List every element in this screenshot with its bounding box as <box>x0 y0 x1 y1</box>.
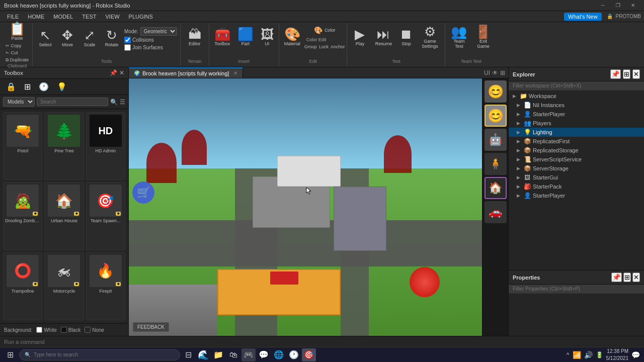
join-surfaces-checkbox[interactable] <box>124 44 131 51</box>
taskbar-explorer[interactable]: 📁 <box>211 348 225 361</box>
toolbox-button[interactable]: 🧰 Toolbox <box>211 24 233 49</box>
tray-network-icon[interactable]: 📶 <box>573 351 581 359</box>
menu-file[interactable]: FILE <box>3 13 23 21</box>
exit-game-button[interactable]: 🚪 ExitGame <box>471 24 495 49</box>
color-button[interactable]: 🎨 Color <box>304 24 345 36</box>
list-item[interactable]: 🏠 ★ Urban House <box>44 182 84 250</box>
toolbox-filter-select[interactable]: Models <box>3 97 35 107</box>
game-scene[interactable]: 🛒 FEEDBACK <box>129 78 482 336</box>
tray-notification-icon[interactable]: 💬 <box>631 351 640 359</box>
menu-plugins[interactable]: PLUGINS <box>125 13 157 21</box>
taskbar-search[interactable]: 🔍 Type here to search <box>19 349 180 360</box>
taskbar-task-view[interactable]: ⊟ <box>181 348 195 361</box>
list-item[interactable]: 🎯 ★ Team Spawn... <box>86 182 125 250</box>
explorer-item-replicatedstorage[interactable]: ▶ 📦 ReplicatedStorage <box>509 146 644 155</box>
taskbar-chrome[interactable]: 🌐 <box>272 348 286 361</box>
toolbox-nav-recent[interactable]: 🕐 <box>37 81 51 93</box>
toolbox-nav-lock[interactable]: 🔒 <box>4 81 18 93</box>
anchor-label-btn[interactable]: Anchor <box>331 44 345 49</box>
move-button[interactable]: ✥ Move <box>57 25 78 50</box>
editor-button[interactable]: 🏔 Editor <box>183 24 207 49</box>
taskbar-roblox-2[interactable]: 🎯 <box>302 348 316 361</box>
bg-none-option[interactable]: None <box>85 327 104 333</box>
taskbar-edge[interactable]: 🌊 <box>196 348 210 361</box>
explorer-item-starterplayer2[interactable]: ▶ 👤 StarterPlayer <box>509 191 644 200</box>
play-button[interactable]: ▶ Play <box>349 24 370 49</box>
search-input[interactable] <box>37 98 108 106</box>
feedback-button[interactable]: FEEDBACK <box>133 322 169 332</box>
command-input[interactable] <box>4 339 640 345</box>
bg-white-option[interactable]: White <box>36 327 57 333</box>
start-button[interactable]: ⊞ <box>2 348 18 361</box>
search-icon[interactable]: 🔍 <box>110 99 118 106</box>
list-item[interactable]: HD HD Admin <box>86 112 125 180</box>
menu-view[interactable]: VIEW <box>101 13 123 21</box>
viewport[interactable]: 🛒 FEEDBACK 😊 😊 🤖 🧍 🏠 🚗 <box>129 78 508 336</box>
list-item[interactable]: 🏍 ★ Motorcycle <box>44 252 84 320</box>
explorer-item-workspace[interactable]: ▶ 📁 Workspace <box>509 92 644 101</box>
avatar-1[interactable]: 😊 <box>485 105 507 127</box>
properties-filter-input[interactable] <box>509 285 644 294</box>
game-settings-button[interactable]: ⚙ GameSettings <box>417 24 443 49</box>
stop-button[interactable]: ⏹ Stop <box>396 24 416 49</box>
taskbar-roblox[interactable]: 🎮 <box>242 348 256 361</box>
eye-icon[interactable]: 👁 <box>492 69 498 76</box>
explorer-filter-input[interactable] <box>509 81 644 90</box>
explorer-item-replicatedfirst[interactable]: ▶ 📦 ReplicatedFirst <box>509 137 644 146</box>
avatar-4[interactable]: 🏠 <box>485 177 507 199</box>
avatar-5[interactable]: 🚗 <box>485 201 507 223</box>
avatar-2[interactable]: 🤖 <box>485 129 507 151</box>
avatar-0[interactable]: 😊 <box>485 80 507 103</box>
ui-toggle-icon[interactable]: UI <box>484 69 490 76</box>
cut-button[interactable]: ✁ Cut <box>4 50 30 56</box>
explorer-item-startergui[interactable]: ▶ 🖼 StarterGui <box>509 173 644 182</box>
copy-button[interactable]: ✂ Copy <box>4 43 30 49</box>
mode-select[interactable]: Geometric <box>140 27 177 36</box>
tray-sound-icon[interactable]: 🔊 <box>584 351 593 359</box>
lock-label-btn[interactable]: Lock <box>319 44 329 49</box>
list-item[interactable]: 🔥 ★ Firepit <box>86 252 125 320</box>
toolbox-nav-grid[interactable]: ⊞ <box>22 81 33 93</box>
taskbar-store[interactable]: 🛍 <box>226 348 240 361</box>
minimize-button[interactable]: ─ <box>596 1 610 10</box>
tab-close-button[interactable]: ✕ <box>233 70 237 76</box>
duplicate-button[interactable]: ⧉ Duplicate <box>4 57 30 63</box>
tray-up-icon[interactable]: ^ <box>567 351 570 358</box>
resume-button[interactable]: ⏭ Resume <box>371 24 395 49</box>
taskbar-discord[interactable]: 💬 <box>257 348 271 361</box>
explorer-item-lighting[interactable]: ▶ 💡 Lighting <box>509 128 644 137</box>
close-button[interactable]: ✕ <box>626 1 640 10</box>
list-view-icon[interactable]: ☰ <box>120 99 125 106</box>
properties-close-button[interactable]: ✕ <box>632 273 640 282</box>
team-test-button[interactable]: 👥 TeamTest <box>447 24 470 49</box>
active-tab[interactable]: 🌍 Brook heaven [scripts fully working] ✕ <box>129 67 243 78</box>
explorer-item-serverstorage[interactable]: ▶ 📦 ServerStorage <box>509 164 644 173</box>
explorer-item-starterpack[interactable]: ▶ 🎒 StarterPack <box>509 182 644 191</box>
list-item[interactable]: 🧟 ★ Drooling Zombie... <box>3 182 42 250</box>
ui-button[interactable]: 🖼 UI <box>258 24 277 49</box>
viewport-expand-icon[interactable]: ⊞ <box>500 69 505 76</box>
list-item[interactable]: 🔫 Pistol <box>3 112 42 180</box>
bg-black-option[interactable]: Black <box>61 327 80 333</box>
avatar-3[interactable]: 🧍 <box>485 153 507 175</box>
taskbar-clock-app[interactable]: 🕐 <box>287 348 301 361</box>
properties-expand-button[interactable]: ⊞ <box>623 273 631 282</box>
rotate-button[interactable]: ↻ Rotate <box>101 25 122 50</box>
menu-model[interactable]: MODEL <box>49 13 77 21</box>
explorer-pin-button[interactable]: 📌 <box>610 69 621 79</box>
menu-home[interactable]: HOME <box>24 13 48 21</box>
maximize-button[interactable]: ❐ <box>611 1 625 10</box>
toolbox-pin-button[interactable]: 📌 <box>110 69 117 76</box>
explorer-item-nil[interactable]: ▶ 📄 Nil Instances <box>509 101 644 110</box>
toolbox-nav-light[interactable]: 💡 <box>55 81 69 93</box>
taskbar-clock[interactable]: 12:38 PM 5/12/2021 <box>606 348 629 362</box>
part-button[interactable]: 🟦 Part <box>234 24 257 49</box>
collisions-checkbox[interactable] <box>124 37 131 43</box>
scale-button[interactable]: ⤢ Scale <box>79 25 100 50</box>
explorer-expand-button[interactable]: ⊞ <box>623 69 630 79</box>
paste-button[interactable]: 📋 Paste <box>5 20 29 43</box>
group-label-btn[interactable]: Group <box>304 44 317 49</box>
material-button[interactable]: 🎨 Material <box>281 24 303 49</box>
explorer-item-players[interactable]: ▶ 👥 Players <box>509 119 644 128</box>
menu-test[interactable]: TEST <box>78 13 100 21</box>
